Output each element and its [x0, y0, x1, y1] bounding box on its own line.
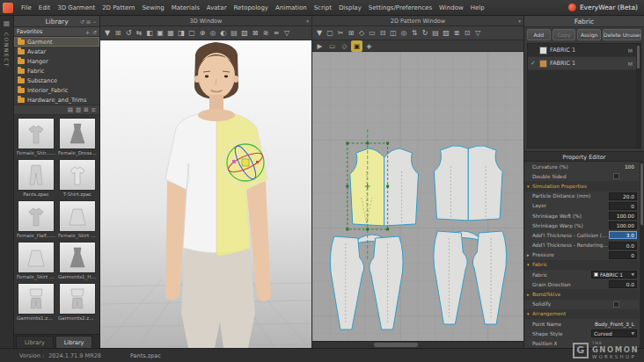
- library-tab[interactable]: Library: [55, 336, 93, 348]
- library-item[interactable]: Female_Skirt 2.zpac: [16, 241, 56, 281]
- property-value-input[interactable]: 20.0: [609, 192, 637, 200]
- favorites-folder-item[interactable]: Garment: [14, 37, 99, 47]
- property-value-input[interactable]: 0: [609, 251, 637, 259]
- menu-item[interactable]: File: [18, 0, 35, 16]
- library-item[interactable]: Garments1.zpac: [16, 282, 56, 322]
- property-checkbox[interactable]: [613, 173, 619, 179]
- library-item[interactable]: Female_Shir...ess.zpac: [16, 117, 56, 157]
- toolbar-2d-icon[interactable]: ⊡: [462, 26, 472, 40]
- property-row[interactable]: Double Sided ▼: [524, 171, 639, 181]
- toolbar-3d-icon[interactable]: ↺: [123, 26, 134, 40]
- property-value-input[interactable]: 3.0: [609, 231, 637, 239]
- library-view-icon[interactable]: ▥: [76, 106, 81, 113]
- menu-item[interactable]: Settings/Preferences: [365, 0, 435, 16]
- toolbar-2d-mode-icon[interactable]: ◈: [363, 40, 375, 52]
- horizontal-scrollbar[interactable]: [312, 341, 523, 348]
- library-item[interactable]: Female_Dress.zpac: [57, 117, 98, 157]
- property-dropdown[interactable]: FABRIC 1 ▼: [591, 271, 637, 279]
- library-item-thumbnail[interactable]: [18, 242, 55, 273]
- toolbar-2d-mode-icon[interactable]: ▣: [351, 40, 362, 52]
- scrollbar-thumb[interactable]: [637, 46, 640, 69]
- menu-item[interactable]: Materials: [168, 0, 203, 16]
- toolbar-2d-icon[interactable]: ✂: [335, 26, 346, 40]
- menu-item[interactable]: 3D Garment: [54, 0, 99, 16]
- toolbar-2d-icon[interactable]: ▢: [325, 26, 335, 40]
- library-tab[interactable]: Library: [16, 336, 54, 348]
- favorites-folder-item[interactable]: Fabric: [14, 66, 99, 76]
- toolbar-3d-icon[interactable]: ⇆: [134, 26, 144, 40]
- fabric-row[interactable]: FABRIC 1 M: [528, 44, 640, 57]
- gizmo-center-handle[interactable]: [242, 159, 249, 166]
- viewport-2d-canvas[interactable]: [312, 52, 523, 341]
- library-header-icon[interactable]: ⊞: [86, 16, 91, 27]
- favorites-folder-item[interactable]: Substance: [14, 76, 99, 85]
- property-row[interactable]: ▸ Pressure 0 0 ▼: [524, 250, 639, 260]
- property-row[interactable]: Add'l Thickness - Rendering (mm) 0.0 0.0…: [524, 241, 639, 250]
- fabric-action-button[interactable]: Add: [527, 29, 551, 40]
- library-view-icon[interactable]: ≡: [91, 106, 96, 113]
- property-row[interactable]: ▾ Fabric ▼: [524, 260, 639, 270]
- property-editor-header[interactable]: Property Editor: [524, 151, 644, 162]
- toolbar-3d-icon[interactable]: ◨: [176, 26, 187, 40]
- favorites-folder-item[interactable]: Hanger: [14, 56, 99, 66]
- library-item[interactable]: T-Shirt.zpac: [57, 158, 98, 199]
- toolbar-2d-icon[interactable]: ◇: [356, 26, 367, 40]
- favorites-folder-item[interactable]: Avatar: [14, 47, 99, 56]
- library-item-thumbnail[interactable]: [18, 200, 55, 232]
- menu-item[interactable]: Animation: [272, 0, 311, 16]
- menu-item[interactable]: Avatar: [203, 0, 231, 16]
- property-value-input[interactable]: 0.0: [609, 242, 637, 250]
- favorites-header[interactable]: Favorites +↺: [14, 27, 99, 37]
- toolbar-2d-icon[interactable]: ▭: [367, 26, 377, 40]
- menu-item[interactable]: Window: [435, 0, 467, 16]
- property-value-input[interactable]: 0.0: [609, 280, 637, 288]
- toolbar-3d-icon[interactable]: ◧: [144, 26, 155, 40]
- toolbar-3d-icon[interactable]: ⊠: [250, 26, 260, 40]
- library-item[interactable]: Garments2.zpac: [57, 282, 98, 322]
- favorites-action-icon[interactable]: +: [85, 29, 90, 35]
- library-item-thumbnail[interactable]: [59, 283, 96, 315]
- library-view-icon[interactable]: ⊞: [84, 106, 88, 113]
- menu-item[interactable]: 2D Pattern: [99, 0, 138, 16]
- property-dropdown[interactable]: Curved ▼: [591, 329, 637, 337]
- property-row[interactable]: Solidify ▼: [524, 300, 639, 309]
- library-item[interactable]: Female_Skirt 1.zpac: [57, 199, 98, 240]
- property-row[interactable]: Particle Distance (mm) 20.0 20.0 ▼: [524, 192, 639, 201]
- property-row[interactable]: Grain Direction 0.0 0.0 ▼: [524, 279, 639, 289]
- fabric-action-button[interactable]: Copy: [553, 29, 576, 40]
- library-view-icon[interactable]: ▤: [68, 106, 73, 113]
- property-row[interactable]: Add'l Thickness - Collision (mm) 3.0 3.0…: [524, 230, 639, 240]
- library-item-thumbnail[interactable]: [18, 159, 55, 191]
- toolbar-2d-icon[interactable]: ▽: [472, 26, 483, 40]
- toolbar-2d-icon[interactable]: ▤: [430, 26, 441, 40]
- scrollbar-thumb[interactable]: [374, 343, 418, 347]
- favorites-action-icon[interactable]: ↺: [92, 29, 97, 35]
- viewport-3d-canvas[interactable]: [100, 40, 311, 348]
- property-value-input[interactable]: Body_Front_3_L: [592, 320, 637, 328]
- fabric-list-scrollbar[interactable]: [636, 44, 640, 148]
- toolbar-2d-icon[interactable]: ▼: [314, 26, 325, 40]
- property-row[interactable]: Point Name Body_Front_3_L Body_Front_3_L…: [524, 319, 639, 329]
- scrollbar-thumb[interactable]: [640, 163, 643, 225]
- property-row[interactable]: Curvature (%) 100 100 ▼: [524, 162, 639, 171]
- library-item-thumbnail[interactable]: [59, 159, 96, 191]
- toolbar-2d-icon[interactable]: ↻: [420, 26, 430, 40]
- property-value-input[interactable]: 100.00: [609, 221, 637, 229]
- library-header-icon[interactable]: ↺: [80, 16, 84, 27]
- toolbar-2d-icon[interactable]: ⊟: [377, 26, 388, 40]
- window-3d-titlebar[interactable]: 3D Window ▾: [100, 16, 311, 26]
- toolbar-3d-icon[interactable]: ▣: [155, 26, 165, 40]
- property-row[interactable]: Fabric FABRIC 1 FABRIC 1 ▼: [524, 270, 639, 279]
- toolbar-3d-icon[interactable]: ≡: [271, 26, 282, 40]
- toolbar-2d-mode-icon[interactable]: ▶: [314, 40, 326, 52]
- toolbar-3d-icon[interactable]: ▢: [187, 26, 197, 40]
- fabric-row[interactable]: ✓ FABRIC 1 M: [528, 57, 640, 70]
- toolbar-2d-mode-icon[interactable]: ▭: [326, 40, 338, 52]
- toolbar-2d-icon[interactable]: ⇅: [409, 26, 420, 40]
- library-item[interactable]: Female_Half...s.zpac: [16, 199, 56, 240]
- toolbar-2d-icon[interactable]: ≣: [451, 26, 462, 40]
- window-3d-menu-icon[interactable]: ▾: [306, 16, 309, 26]
- favorites-folder-item[interactable]: Interior_Fabric: [14, 85, 99, 95]
- property-row[interactable]: Shrinkage Weft (%) 100.00 100.00 ▼: [524, 211, 639, 221]
- favorites-folder-item[interactable]: Hardware_and_Trims: [14, 95, 99, 105]
